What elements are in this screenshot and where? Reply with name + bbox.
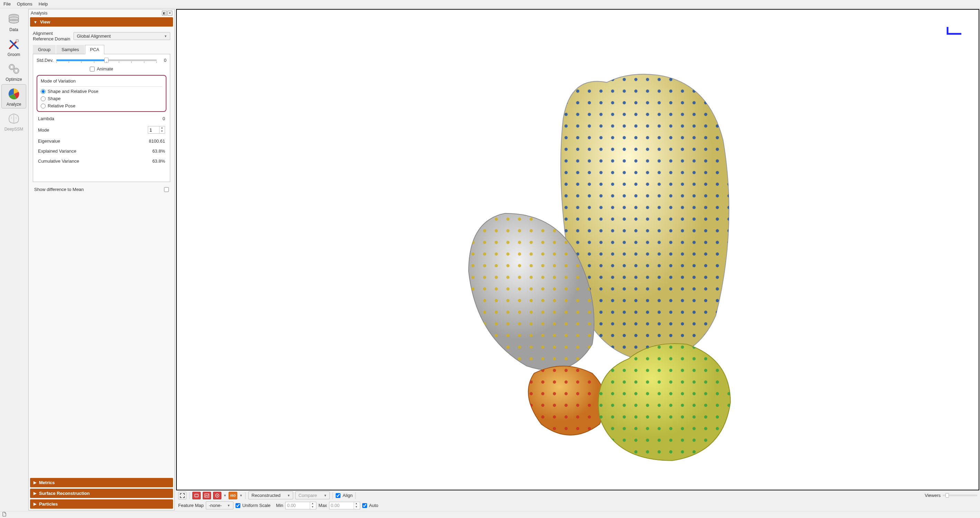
menu-help[interactable]: Help [39,2,48,6]
mode-label: Mode [38,127,49,133]
target-icon[interactable] [213,492,221,499]
section-surface-label: Surface Reconstruction [39,491,90,496]
spin-up-icon[interactable]: ▲ [310,502,315,505]
caret-down-icon: ▼ [33,20,37,24]
mode-spinbox[interactable]: ▲▼ [148,126,165,133]
svg-rect-16 [205,494,209,497]
pca-tabs: Group Samples PCA [33,45,170,54]
spin-up-icon[interactable]: ▲ [354,502,359,505]
chevron-down-icon: ▼ [164,35,167,38]
viewer-toolbar-2: Feature Map -none- ▼ Uniform Scale Min ▲… [176,501,979,510]
feature-map-value: -none- [209,503,222,508]
auto-checkbox[interactable] [362,503,367,508]
viewers-label: Viewers [925,493,941,498]
reconstructed-dropdown[interactable]: Reconstructed ▼ [248,491,293,499]
radio-shape-pose[interactable]: Shape and Relative Pose [41,89,162,94]
lambda-label: Lambda [38,116,54,121]
caret-right-icon: ▶ [33,480,36,485]
tool-groom[interactable]: Groom [2,35,26,59]
caret-right-icon: ▶ [33,491,36,496]
exvar-value: 63.8% [152,148,165,154]
mode-of-variation-box: Mode of Variation Shape and Relative Pos… [37,75,167,112]
spin-down-icon[interactable]: ▼ [354,505,359,509]
spin-up-icon[interactable]: ▲ [159,126,164,130]
radio-input[interactable] [41,89,46,94]
section-particles-header[interactable]: ▶ Particles [30,499,173,508]
radio-label: Shape [48,96,61,101]
tool-deepssm[interactable]: DeepSSM [2,109,26,133]
mode-input[interactable] [148,126,159,133]
viewer-toolbar-1: ▼ ISO ▼ Reconstructed ▼ Compare ▼ Align … [176,490,979,501]
menu-options[interactable]: Options [17,2,32,6]
radio-input[interactable] [41,103,46,108]
show-diff-checkbox[interactable] [164,187,169,192]
tab-pca[interactable]: PCA [85,45,105,54]
render-canvas[interactable] [176,9,979,490]
menu-file[interactable]: File [3,2,11,6]
radio-input[interactable] [41,96,46,101]
svg-rect-15 [195,494,198,497]
align-checkbox[interactable] [336,493,340,498]
iso-icon[interactable]: ISO [229,492,237,499]
stddev-label: Std.Dev. [37,58,54,63]
min-input[interactable] [286,502,310,509]
radio-relative-pose[interactable]: Relative Pose [41,103,162,108]
alignment-value: Global Alignment [77,33,110,39]
section-view-label: View [40,19,50,24]
stddev-value: 0 [159,58,167,63]
compare-dropdown[interactable]: Compare ▼ [295,491,330,499]
status-bar [0,511,980,518]
viewport-area: ▼ ISO ▼ Reconstructed ▼ Compare ▼ Align … [176,9,979,510]
tool-label: Analyze [6,102,21,107]
tools-icon [6,37,21,51]
tool-label: DeepSSM [5,127,24,132]
viewers-slider[interactable] [943,494,977,496]
section-metrics-label: Metrics [39,480,55,485]
alignment-dropdown[interactable]: Global Alignment ▼ [73,32,170,40]
section-metrics-header[interactable]: ▶ Metrics [30,478,173,487]
analysis-panel: Analysis ◧ ✕ ▼ View Alignment Reference … [28,9,175,510]
pie-chart-icon [6,87,21,101]
tool-label: Optimize [6,77,22,82]
svg-point-7 [11,66,13,68]
min-spinbox[interactable]: ▲▼ [285,502,316,509]
section-surface-header[interactable]: ▶ Surface Reconstruction [30,489,173,498]
undock-icon[interactable]: ◧ [162,11,167,16]
stddev-slider[interactable] [56,59,157,61]
slider-thumb[interactable] [945,493,949,497]
tool-optimize[interactable]: Optimize [2,59,26,84]
tool-analyze[interactable]: Analyze [2,84,26,108]
close-icon[interactable]: ✕ [167,11,172,16]
gears-icon [6,62,21,76]
feature-map-dropdown[interactable]: -none- ▼ [206,501,234,509]
database-icon [6,12,21,27]
camera-front-icon[interactable] [192,492,200,499]
tool-label: Groom [8,52,21,57]
uniform-scale-checkbox[interactable] [235,503,240,508]
uniform-scale-label: Uniform Scale [242,503,271,508]
tab-group[interactable]: Group [33,45,56,54]
radio-shape[interactable]: Shape [41,96,162,101]
menubar: File Options Help [0,0,980,8]
alignment-label-1: Alignment [33,31,70,36]
show-diff-label: Show difference to Mean [34,187,84,192]
radio-label: Shape and Relative Pose [48,89,99,94]
chevron-down-icon: ▼ [323,494,327,497]
tab-samples[interactable]: Samples [56,45,84,54]
spin-down-icon[interactable]: ▼ [310,505,315,509]
animate-checkbox[interactable] [90,67,95,72]
fullscreen-icon[interactable] [178,492,186,499]
eigen-label: Eigenvalue [38,138,60,144]
max-input[interactable] [329,502,353,509]
tool-data[interactable]: Data [2,10,26,34]
brain-icon [6,111,21,126]
chevron-down-icon: ▼ [287,494,290,497]
axis-indicator-icon [944,24,965,37]
pca-tab-content: Std.Dev. 0 Animate Mode of Variation Sha… [33,54,170,182]
section-view-header[interactable]: ▼ View [30,17,173,27]
picture-icon[interactable] [203,492,211,499]
reconstructed-label: Reconstructed [251,493,280,498]
max-spinbox[interactable]: ▲▼ [329,502,360,509]
eigen-value: 8100.61 [149,138,165,144]
spin-down-icon[interactable]: ▼ [159,130,164,133]
